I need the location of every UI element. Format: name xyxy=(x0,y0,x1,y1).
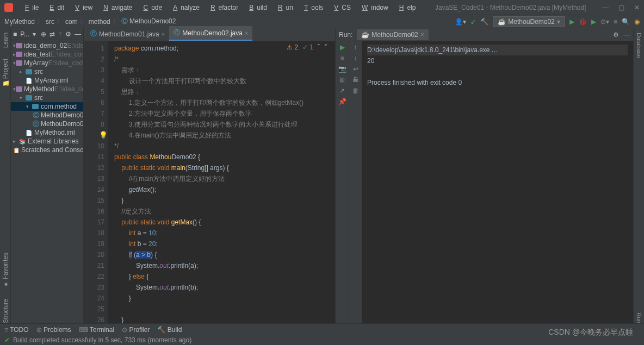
breadcrumb-item[interactable]: src xyxy=(46,18,54,26)
left-tool-strip: Learn 📁 Project ★ Favorites Structure xyxy=(0,28,11,323)
tool-terminal[interactable]: ⌨ Terminal xyxy=(79,326,114,334)
learn-tab[interactable]: Learn xyxy=(2,33,9,48)
user-icon[interactable]: 👤▾ xyxy=(455,18,466,26)
hide-icon[interactable]: — xyxy=(75,30,81,38)
tree-row[interactable]: 📄MyArray.iml xyxy=(11,76,83,85)
run-tab[interactable]: ☕ MethouDemo02 × xyxy=(357,29,428,40)
window-controls: — ▢ ✕ xyxy=(602,4,640,11)
tree-row[interactable]: ▾MyMethod E:\idea_code\ xyxy=(11,85,83,93)
database-tab[interactable]: Database xyxy=(636,33,642,58)
menu-refactor[interactable]: Refactor xyxy=(204,2,242,14)
print-icon[interactable]: 🖶 xyxy=(352,76,359,84)
exit-icon[interactable]: ↗ xyxy=(339,87,345,95)
menu-run[interactable]: Run xyxy=(271,2,296,14)
tree-row[interactable]: 📋Scratches and Consoles xyxy=(11,146,83,154)
project-tree[interactable]: ▾idea_demo_02 E:\idea_co▸idea_test E:\id… xyxy=(11,40,83,155)
tree-row[interactable]: ⒸMethouDemo02 xyxy=(11,120,83,128)
favorites-tab[interactable]: ★ Favorites xyxy=(2,253,9,288)
menu-file[interactable]: File xyxy=(18,2,42,14)
breadcrumb-item[interactable]: method xyxy=(89,18,110,26)
menu-help[interactable]: Help xyxy=(393,2,419,14)
coverage-icon[interactable]: ▶ xyxy=(591,18,596,26)
assist-icon[interactable]: ◉ xyxy=(634,18,640,26)
project-tab[interactable]: 📁 Project xyxy=(2,59,9,87)
pin-icon[interactable]: 📌 xyxy=(338,98,346,105)
run-gear-icon[interactable]: ⚙ xyxy=(613,31,619,39)
tree-row[interactable]: ▸idea_test E:\idea_code\i xyxy=(11,50,83,59)
project-combo[interactable]: P... xyxy=(20,30,29,38)
run-header: Run: ☕ MethouDemo02 × ⚙ — xyxy=(336,28,633,41)
menu-edit[interactable]: Edit xyxy=(43,2,67,14)
target-icon[interactable]: ⊕ xyxy=(41,30,46,38)
tree-row[interactable]: ▸src xyxy=(11,67,83,76)
console[interactable]: D:\develop\Java\jdk1.8.0_241\bin\java.ex… xyxy=(362,41,633,323)
tool-todo[interactable]: ≡ TODO xyxy=(4,326,29,334)
window-title: JavaSE_Code01 - MethouDemo02.java [MyMet… xyxy=(419,4,602,11)
tree-row[interactable]: ▾MyArray E:\idea_code\ide xyxy=(11,59,83,67)
breadcrumb-item[interactable]: MyMethod xyxy=(4,18,35,26)
menu-tools[interactable]: Tools xyxy=(298,2,326,14)
breadcrumb-item[interactable]: com xyxy=(65,18,78,26)
stop-icon[interactable]: ■ xyxy=(614,18,617,26)
run-config-combo[interactable]: ☕ MethouDemo02 ▾ xyxy=(493,16,565,27)
structure-tab[interactable]: Structure xyxy=(2,299,9,323)
up-arrow-icon[interactable]: ↑ xyxy=(354,43,357,51)
tool-problems[interactable]: ⊘ Problems xyxy=(36,326,71,334)
tree-row[interactable]: 📄MyMethod.iml xyxy=(11,128,83,137)
tool-profiler[interactable]: ⊙ Profiler xyxy=(122,326,150,334)
menu-view[interactable]: View xyxy=(69,2,96,14)
hammer-icon[interactable]: 🔨 xyxy=(480,18,488,26)
watermark: CSDN @今晚务必早点睡 xyxy=(548,328,633,337)
app-logo xyxy=(4,3,13,12)
tree-row[interactable]: ▾com.method xyxy=(11,102,83,111)
editor[interactable]: ⚠ 2 ✓ 1 ˆ ˅ 1234567891011▶12▶13141516171… xyxy=(84,41,335,323)
down-arrow-icon[interactable]: ↓ xyxy=(354,54,357,62)
menu-code[interactable]: Code xyxy=(137,2,165,14)
close-icon[interactable]: ✕ xyxy=(634,4,640,11)
check-indicator[interactable]: ✓ 1 xyxy=(302,43,313,51)
minimize-icon[interactable]: — xyxy=(602,4,609,11)
menu-vcs[interactable]: VCS xyxy=(327,2,354,14)
run-panel: Run: ☕ MethouDemo02 × ⚙ — ▶ ■ 📷 ⊞ ↗ 📌 ↑ xyxy=(335,28,633,323)
tree-row[interactable]: ▾idea_demo_02 E:\idea_co xyxy=(11,41,83,50)
right-tool-strip: Database Run xyxy=(633,28,644,323)
trash-icon[interactable]: 🗑 xyxy=(352,87,359,95)
tree-row[interactable]: ⒸMethodDemo01 xyxy=(11,111,83,120)
breadcrumb-item[interactable]: Ⓒ MethouDemo02 xyxy=(121,17,176,26)
gear-icon[interactable]: ⚙ xyxy=(65,30,71,38)
up-indicator[interactable]: ˆ xyxy=(318,43,320,51)
stop-run-icon[interactable]: ■ xyxy=(340,54,344,62)
run-control-gutter: ▶ ■ 📷 ⊞ ↗ 📌 xyxy=(336,41,349,323)
status-text: Build completed successfully in 5 sec, 7… xyxy=(13,336,191,344)
menu-build[interactable]: Build xyxy=(243,2,270,14)
run-side-tab[interactable]: Run xyxy=(636,312,642,323)
expand-icon[interactable]: ⇄ xyxy=(49,30,55,38)
profile-icon[interactable]: ⊙▾ xyxy=(600,18,609,26)
debug-icon[interactable]: 🐞 xyxy=(579,18,587,26)
wrap-icon[interactable]: ↩ xyxy=(353,65,358,73)
menu-navigate[interactable]: Navigate xyxy=(97,2,135,14)
editor-tab[interactable]: ⒸMethouDemo02.java× xyxy=(169,26,252,41)
code[interactable]: package com.method;/* 需求： 设计一个方法用于打印两个数中… xyxy=(108,41,335,323)
bulb-icon[interactable]: 💡 xyxy=(99,131,108,139)
breadcrumb: MyMethod〉src〉com〉method〉Ⓒ MethouDemo02 xyxy=(4,17,176,26)
editor-tab[interactable]: ⒸMethodDemo01.java× xyxy=(86,27,169,41)
run-hide-icon[interactable]: — xyxy=(623,31,630,39)
layout-icon[interactable]: ⊞ xyxy=(339,76,345,84)
dump-icon[interactable]: 📷 xyxy=(338,65,346,73)
tree-row[interactable]: ▾src xyxy=(11,93,83,102)
search-icon[interactable]: 🔍 xyxy=(622,18,630,26)
tool-build[interactable]: 🔨 Build xyxy=(157,326,182,334)
run-label: Run: xyxy=(339,31,352,39)
run-body: ▶ ■ 📷 ⊞ ↗ 📌 ↑ ↓ ↩ 🖶 🗑 D:\develop\Java\jd… xyxy=(336,41,633,323)
menu-analyze[interactable]: Analyze xyxy=(166,2,203,14)
maximize-icon[interactable]: ▢ xyxy=(618,4,624,11)
run-icon[interactable]: ▶ xyxy=(569,18,574,26)
collapse-icon[interactable]: ÷ xyxy=(58,30,62,38)
down-indicator[interactable]: ˅ xyxy=(324,43,327,51)
warn-indicator[interactable]: ⚠ 2 xyxy=(287,43,298,51)
menu-window[interactable]: Window xyxy=(355,2,392,14)
tree-row[interactable]: ▸📚External Libraries xyxy=(11,137,83,146)
rerun-icon[interactable]: ▶ xyxy=(340,43,345,51)
sync-icon[interactable]: ↙ xyxy=(470,18,476,26)
